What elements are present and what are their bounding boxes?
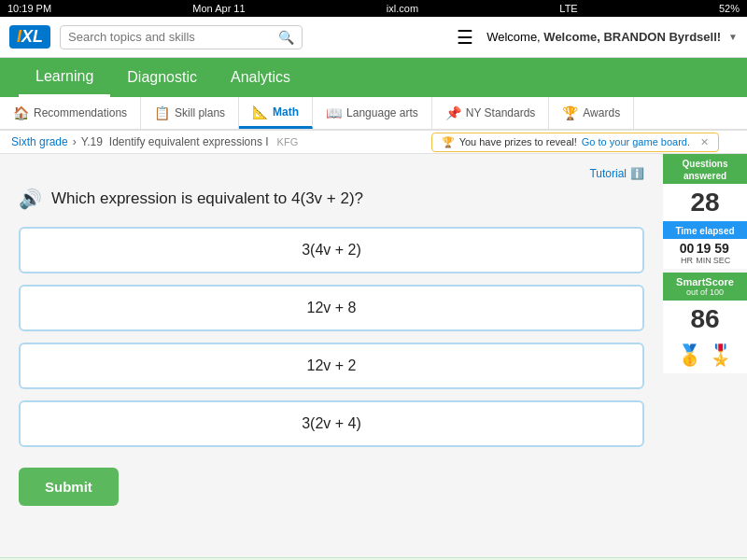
question-content: Which expression is equivalent to 4(3v +… (51, 189, 363, 208)
right-panel: Questions answered 28 Time elapsed 00 HR… (663, 154, 747, 557)
questions-answered-label: Questions answered (663, 154, 747, 184)
tutorial-row: Tutorial ℹ️ (19, 167, 644, 180)
tab-awards-label: Awards (583, 106, 620, 119)
status-time: 10:19 PM (7, 3, 51, 14)
smart-score-value: 86 (663, 301, 747, 338)
info-icon: ℹ️ (630, 167, 644, 180)
user-dropdown-icon[interactable]: ▼ (728, 32, 738, 42)
awards-row: 🥇 🎖️ (663, 338, 747, 373)
breadcrumb-grade[interactable]: Sixth grade (11, 135, 68, 148)
breadcrumb-skill-code: Y.19 (81, 135, 103, 148)
tab-awards[interactable]: 🏆 Awards (549, 97, 634, 129)
prize-banner: 🏆 You have prizes to reveal! Go to your … (431, 133, 719, 152)
status-url: ixl.com (387, 3, 418, 14)
tab-skill-plans-label: Skill plans (175, 106, 225, 119)
time-row: 00 HR 19 MIN 59 SEC (663, 239, 747, 269)
nav-analytics[interactable]: Analytics (214, 60, 307, 95)
close-icon[interactable]: ✕ (700, 136, 709, 148)
breadcrumb-bar: Sixth grade › Y.19 Identify equivalent e… (0, 131, 747, 154)
recommendations-icon: 🏠 (13, 105, 29, 120)
tab-language-arts[interactable]: 📖 Language arts (313, 97, 432, 129)
logo[interactable]: IXL (9, 25, 50, 49)
status-signal: LTE (559, 3, 577, 14)
status-bar: 10:19 PM Mon Apr 11 ixl.com LTE 52% (0, 0, 747, 17)
tutorial-label: Tutorial (589, 167, 627, 180)
status-day: Mon Apr 11 (192, 3, 245, 14)
audio-icon[interactable]: 🔊 (19, 188, 42, 210)
top-nav: IXL 🔍 ☰ Welcome, Welcome, BRANDON Byrdse… (0, 17, 747, 58)
language-arts-icon: 📖 (326, 105, 342, 120)
welcome-text: Welcome, Welcome, BRANDON Byrdsell! (486, 30, 721, 44)
blue-ribbon-icon: 🎖️ (708, 343, 733, 368)
answer-option-3[interactable]: 12v + 2 (19, 343, 644, 389)
tab-language-arts-label: Language arts (346, 106, 418, 119)
tab-recommendations-label: Recommendations (34, 106, 127, 119)
answer-option-4[interactable]: 3(2v + 4) (19, 400, 644, 447)
answer-option-2[interactable]: 12v + 8 (19, 285, 644, 331)
tab-recommendations[interactable]: 🏠 Recommendations (0, 97, 141, 129)
content-area: Tutorial ℹ️ 🔊 Which expression is equiva… (0, 154, 747, 557)
smart-score-label: SmartScore out of 100 (663, 273, 747, 301)
nav-diagnostic[interactable]: Diagnostic (110, 60, 214, 95)
question-panel: Tutorial ℹ️ 🔊 Which expression is equiva… (0, 154, 663, 557)
math-icon: 📐 (252, 105, 268, 119)
prize-banner-text: You have prizes to reveal! (459, 136, 577, 147)
submit-button[interactable]: Submit (19, 468, 119, 506)
tab-math-label: Math (273, 105, 299, 119)
tab-skill-plans[interactable]: 📋 Skill plans (141, 97, 239, 129)
tab-ny-standards[interactable]: 📌 NY Standards (432, 97, 550, 129)
ny-standards-icon: 📌 (445, 105, 461, 120)
tab-math[interactable]: 📐 Math (239, 97, 313, 129)
breadcrumb-kfg: KFG (277, 136, 299, 147)
tutorial-button[interactable]: Tutorial ℹ️ (589, 167, 644, 180)
time-elapsed-label: Time elapsed (663, 221, 747, 239)
main-nav: Learning Diagnostic Analytics (0, 58, 747, 97)
gold-medal-icon: 🥇 (677, 343, 702, 368)
nav-learning[interactable]: Learning (19, 59, 110, 97)
tab-ny-standards-label: NY Standards (466, 106, 536, 119)
breadcrumb-skill-name: Identify equivalent expressions I (109, 135, 269, 148)
skill-plans-icon: 📋 (154, 105, 170, 120)
trophy-icon: 🏆 (442, 136, 455, 148)
breadcrumb-separator: › (73, 135, 77, 148)
time-hr: 00 HR (680, 241, 695, 265)
search-input[interactable] (68, 30, 278, 44)
question-text: 🔊 Which expression is equivalent to 4(3v… (19, 188, 644, 210)
sub-nav: 🏠 Recommendations 📋 Skill plans 📐 Math 📖… (0, 97, 747, 131)
hamburger-icon[interactable]: ☰ (457, 26, 473, 49)
answer-option-1[interactable]: 3(4v + 2) (19, 227, 644, 273)
time-min: 19 MIN (696, 241, 712, 265)
prize-banner-link[interactable]: Go to your game board. (582, 136, 690, 147)
status-battery: 52% (719, 3, 740, 14)
time-sec: 59 SEC (713, 241, 731, 265)
awards-icon: 🏆 (562, 105, 578, 120)
questions-answered-count: 28 (663, 184, 747, 221)
search-icon: 🔍 (278, 30, 294, 45)
user-area: ☰ Welcome, Welcome, BRANDON Byrdsell! ▼ (457, 26, 738, 49)
search-bar[interactable]: 🔍 (60, 25, 303, 49)
